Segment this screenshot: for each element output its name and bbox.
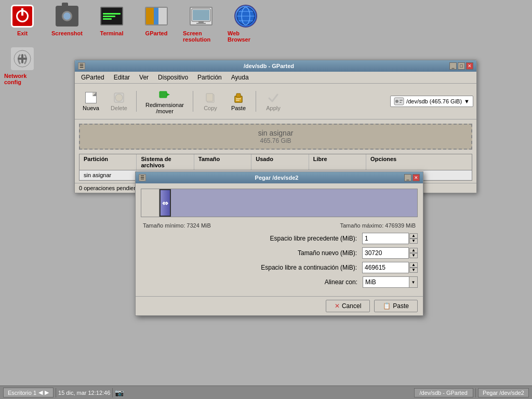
- svg-rect-3: [196, 23, 206, 24]
- screen-resolution-icon: [189, 4, 213, 28]
- col-options: Opciones: [366, 154, 472, 170]
- tamano-nuevo-up-btn[interactable]: ▲: [409, 248, 418, 253]
- svg-point-13: [115, 94, 123, 101]
- espacio-precedente-up-btn[interactable]: ▲: [409, 233, 418, 238]
- gparted-window-title: /dev/sdb - GParted: [88, 63, 449, 69]
- terminal-label: Terminal: [100, 30, 123, 36]
- taskbar-sep1: [56, 388, 56, 397]
- desktop-icon-gparted[interactable]: GParted: [138, 4, 175, 36]
- taskbar-nav-right[interactable]: ▶: [45, 389, 49, 396]
- espacio-continuacion-spinner: ▲ ▼: [409, 262, 418, 273]
- device-selector[interactable]: /dev/sdb (465.76 GiB) ▼: [390, 96, 473, 107]
- disk-viz-line2: 465.76 GiB: [258, 137, 294, 144]
- svg-marker-15: [167, 93, 170, 96]
- menu-dispositivo[interactable]: Dispositivo: [154, 73, 192, 82]
- delete-icon: [113, 91, 125, 104]
- desktop-icon-screenshot[interactable]: Screenshot: [49, 4, 85, 36]
- taskbar-nav-left[interactable]: ◀: [38, 389, 43, 396]
- web-browser-label: Web Browser: [228, 30, 264, 43]
- dialog-minimize-btn[interactable]: _: [404, 174, 411, 181]
- network-config-label: Network config: [4, 73, 41, 85]
- copy-icon: [204, 91, 217, 104]
- svg-rect-24: [400, 100, 403, 101]
- taskbar-desktop-btn[interactable]: Escritorio 1 ◀ ▶: [3, 388, 54, 397]
- menu-particion[interactable]: Partición: [193, 73, 226, 82]
- dialog-menu-btn[interactable]: ☰: [139, 174, 146, 181]
- paste-dialog-icon: 📋: [383, 302, 391, 310]
- paste-button[interactable]: Paste: [225, 89, 251, 114]
- paste-dialog-label: Paste: [393, 302, 409, 310]
- svg-rect-1: [193, 10, 209, 20]
- device-label: /dev/sdb (465.76 GiB): [406, 98, 462, 104]
- menu-ver[interactable]: Ver: [135, 73, 153, 82]
- tamano-nuevo-spinner: ▲ ▼: [409, 248, 418, 258]
- tamano-nuevo-down-btn[interactable]: ▼: [409, 253, 418, 258]
- espacio-precedente-down-btn[interactable]: ▼: [409, 238, 418, 244]
- gparted-titlebar: ☰ /dev/sdb - GParted _ □ ✕: [75, 60, 476, 72]
- menubar: GParted Editar Ver Dispositivo Partición…: [75, 72, 476, 84]
- size-max-label: Tamaño máximo: 476939 MiB: [340, 222, 416, 229]
- form-row-alinear: Alinear con: MiB None Cilindro ▼: [141, 276, 418, 288]
- desktop-icon-terminal[interactable]: Terminal: [94, 4, 130, 36]
- toolbar: Nueva Delete Redimensionar /mover: [75, 84, 476, 119]
- menu-gparted[interactable]: GParted: [77, 73, 109, 82]
- form-row-espacio-precedente: Espacio libre precedente (MiB): ▲ ▼: [141, 233, 418, 244]
- taskbar-tray[interactable]: Pegar /dev/sde2: [478, 388, 529, 397]
- nueva-label: Nueva: [83, 105, 99, 111]
- minimize-button[interactable]: _: [449, 62, 457, 70]
- dialog-body: ⇔ Tamaño mínimo: 7324 MiB Tamaño máximo:…: [136, 183, 423, 296]
- dialog-close-btn[interactable]: ✕: [413, 174, 420, 181]
- alinear-select-wrap: MiB None Cilindro ▼: [363, 276, 418, 288]
- redimensionar-button[interactable]: Redimensionar /mover: [141, 86, 189, 117]
- alinear-select[interactable]: MiB None Cilindro: [363, 276, 409, 288]
- dialog-buttons: ✕ Cancel 📋 Paste: [136, 296, 423, 315]
- desktop-icon-network-config[interactable]: Network config: [4, 47, 41, 85]
- tamano-nuevo-input[interactable]: [362, 247, 409, 259]
- maximize-button[interactable]: □: [458, 62, 465, 70]
- desktop-icon-screen-resolution[interactable]: Screen resolution: [183, 4, 219, 43]
- cancel-button[interactable]: ✕ Cancel: [326, 300, 370, 312]
- titlebar-menu-btn[interactable]: ☰: [78, 62, 85, 70]
- size-info-row: Tamaño mínimo: 7324 MiB Tamaño máximo: 4…: [141, 222, 418, 229]
- partition-table-header: Partición Sistema de archivos Tamaño Usa…: [79, 154, 472, 170]
- paste-label: Paste: [231, 105, 246, 111]
- menu-editar[interactable]: Editar: [110, 73, 134, 82]
- redimensionar-label: Redimensionar /mover: [145, 102, 184, 114]
- cancel-icon: ✕: [335, 302, 340, 310]
- taskbar-clock: 15 dic, mar 12:12:46: [58, 390, 110, 396]
- screen-resolution-label: Screen resolution: [183, 30, 219, 43]
- screenshot-label: Screenshot: [51, 30, 83, 36]
- resize-left-area: [141, 189, 159, 217]
- alinear-dropdown-arrow[interactable]: ▼: [409, 276, 418, 288]
- espacio-precedente-label: Espacio libre precedente (MiB):: [141, 235, 362, 242]
- desktop-icons-row2: Network config: [4, 47, 41, 85]
- close-button[interactable]: ✕: [466, 62, 473, 70]
- taskbar: Escritorio 1 ◀ ▶ 15 dic, mar 12:12:46 📷 …: [0, 385, 532, 399]
- copy-button[interactable]: Copy: [197, 89, 223, 114]
- apply-icon: [267, 91, 280, 104]
- resize-main-area: [171, 189, 417, 217]
- svg-rect-25: [400, 102, 402, 103]
- resize-visual: ⇔: [141, 189, 418, 217]
- espacio-precedente-input[interactable]: [362, 233, 409, 244]
- col-free: Libre: [309, 154, 366, 170]
- dialog-titlebar: ☰ Pegar /dev/sde2 _ ✕: [136, 172, 423, 183]
- espacio-continuacion-input[interactable]: [362, 262, 409, 273]
- disk-viz-line1: sin asignar: [258, 129, 294, 137]
- paste-dialog-button[interactable]: 📋 Paste: [374, 300, 418, 312]
- desktop-icon-web-browser[interactable]: Web Browser: [228, 4, 264, 43]
- titlebar-controls: ☰: [78, 62, 85, 70]
- paste-icon: [232, 91, 245, 104]
- desktop-icon-exit[interactable]: Exit: [4, 4, 41, 36]
- delete-button[interactable]: Delete: [106, 89, 132, 114]
- terminal-icon: [100, 4, 124, 28]
- device-dropdown-icon: ▼: [464, 98, 470, 104]
- espacio-continuacion-down-btn[interactable]: ▼: [409, 268, 418, 273]
- espacio-continuacion-up-btn[interactable]: ▲: [409, 262, 418, 268]
- taskbar-app-btn[interactable]: /dev/sdb - GParted: [414, 388, 473, 397]
- resize-handle[interactable]: ⇔: [159, 189, 171, 217]
- apply-button[interactable]: Apply: [260, 89, 286, 114]
- menu-ayuda[interactable]: Ayuda: [227, 73, 253, 82]
- espacio-precedente-spinner: ▲ ▼: [409, 233, 418, 244]
- nueva-button[interactable]: Nueva: [78, 89, 104, 114]
